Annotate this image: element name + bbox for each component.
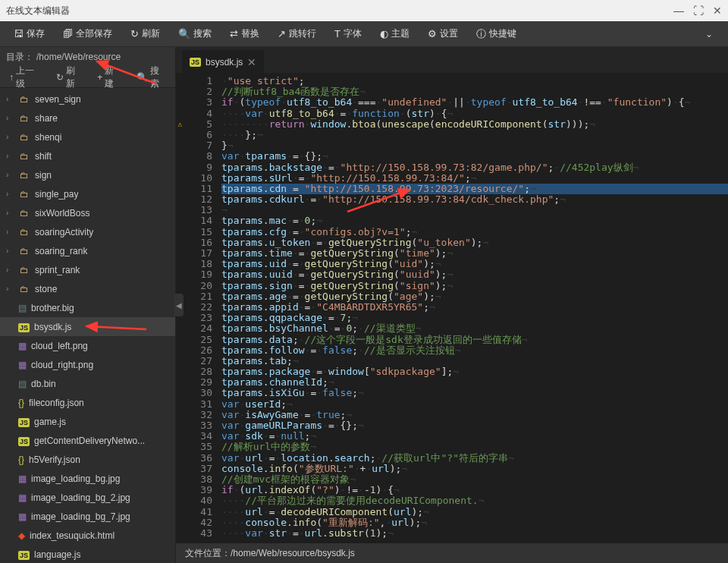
chevron-right-icon: › — [6, 95, 14, 103]
item-label: single_pay — [35, 189, 78, 200]
save-button[interactable]: 🖫保存 — [5, 21, 54, 46]
refresh-icon: ↻ — [56, 72, 64, 83]
item-label: shift — [35, 151, 52, 162]
window-controls: — ⛶ ✕ — [673, 5, 722, 17]
file-item[interactable]: ▤brother.big — [0, 298, 175, 317]
status-label: 文件位置： — [185, 547, 231, 560]
chevron-right-icon: › — [6, 209, 14, 217]
folder-icon: 🗀 — [18, 94, 30, 105]
up-button[interactable]: ↑上一级 — [3, 64, 47, 90]
file-item[interactable]: ▦image_loading_bg.jpg — [0, 469, 175, 488]
chevron-right-icon: › — [6, 247, 14, 255]
new-button[interactable]: +新建 — [91, 64, 127, 90]
side-search-button[interactable]: 🔍搜索 — [130, 64, 172, 90]
collapse-toolbar-button[interactable]: ⌄ — [695, 29, 723, 39]
folder-icon: 🗀 — [18, 284, 30, 294]
folder-item[interactable]: ›🗀sixWorldBoss — [0, 203, 175, 222]
file-icon: JS — [18, 322, 30, 332]
goto-line-button[interactable]: ↗跳转行 — [268, 21, 325, 46]
minimize-button[interactable]: — — [673, 5, 684, 17]
folder-icon: 🗀 — [18, 208, 30, 219]
item-label: image_loading_bg.jpg — [31, 473, 120, 484]
file-item[interactable]: JSgetContentDeliveryNetwo... — [0, 431, 175, 450]
item-label: cloud_right.png — [31, 360, 93, 370]
file-item[interactable]: JSlanguage.js — [0, 545, 175, 563]
save-all-icon: 🗐 — [63, 28, 73, 39]
item-label: bsysdk.js — [34, 322, 71, 332]
folder-item[interactable]: ›🗀soaringActivity — [0, 222, 175, 241]
folder-icon: 🗀 — [18, 265, 30, 275]
close-button[interactable]: ✕ — [713, 5, 722, 17]
folder-item[interactable]: ›🗀soaring_rank — [0, 241, 175, 260]
file-item[interactable]: ▦image_loading_bg_7.jpg — [0, 507, 175, 526]
file-item[interactable]: JSbsysdk.js — [0, 317, 175, 336]
save-all-button[interactable]: 🗐全部保存 — [54, 21, 121, 46]
item-label: sign — [35, 170, 52, 181]
file-item[interactable]: ◆index_tesuquick.html — [0, 526, 175, 545]
file-icon: JS — [18, 549, 30, 560]
folder-item[interactable]: ›🗀seven_sign — [0, 90, 175, 109]
item-label: db.bin — [31, 379, 56, 389]
file-item[interactable]: ▤db.bin — [0, 374, 175, 393]
item-label: h5Verify.json — [29, 454, 80, 465]
code-area[interactable]: ⚠ 12345678910111213141516171819202122232… — [176, 73, 728, 543]
folder-item[interactable]: ›🗀shenqi — [0, 127, 175, 146]
folder-item[interactable]: ›🗀shift — [0, 146, 175, 165]
theme-button[interactable]: ◐主题 — [371, 21, 419, 46]
file-item[interactable]: JSgame.js — [0, 412, 175, 431]
file-icon: ◆ — [18, 530, 25, 541]
folder-item[interactable]: ›🗀single_pay — [0, 184, 175, 203]
file-item[interactable]: ▦cloud_left.png — [0, 336, 175, 355]
folder-icon: 🗀 — [18, 151, 30, 162]
item-label: getContentDeliveryNetwo... — [34, 436, 145, 446]
item-label: index_tesuquick.html — [30, 530, 115, 541]
theme-icon: ◐ — [380, 28, 388, 39]
up-icon: ↑ — [9, 72, 14, 83]
item-label: stone — [35, 284, 57, 294]
settings-button[interactable]: ⚙设置 — [419, 21, 467, 46]
search-button[interactable]: 🔍搜索 — [169, 21, 221, 46]
folder-item[interactable]: ›🗀stone — [0, 279, 175, 298]
file-tree[interactable]: ›🗀seven_sign›🗀share›🗀shenqi›🗀shift›🗀sign… — [0, 88, 175, 563]
item-label: sprint_rank — [35, 265, 80, 275]
side-refresh-button[interactable]: ↻刷新 — [50, 64, 88, 90]
folder-item[interactable]: ›🗀sprint_rank — [0, 260, 175, 279]
sidebar-fold-handle[interactable]: ◀ — [174, 294, 184, 316]
maximize-button[interactable]: ⛶ — [693, 5, 704, 17]
folder-item[interactable]: ›🗀sign — [0, 165, 175, 184]
file-item[interactable]: ▦image_loading_bg_2.jpg — [0, 488, 175, 507]
editor-tabs: JS bsysdk.js ✕ — [176, 47, 728, 73]
plus-icon: + — [97, 72, 102, 83]
refresh-button[interactable]: ↻刷新 — [121, 21, 169, 46]
folder-item[interactable]: ›🗀share — [0, 109, 175, 127]
chevron-right-icon: › — [6, 133, 14, 141]
tab-label: bsysdk.js — [206, 57, 243, 68]
line-numbers: 1234567891011121314151617181920212223242… — [188, 73, 218, 543]
js-icon: JS — [190, 58, 201, 67]
folder-icon: 🗀 — [18, 246, 30, 256]
chevron-right-icon: › — [6, 171, 14, 179]
file-icon: JS — [18, 436, 30, 446]
code-content[interactable]: ·"use strict";//判断utf8_ba4函数是否存在¬if·(typ… — [218, 73, 728, 543]
tab-bsysdk[interactable]: JS bsysdk.js ✕ — [182, 50, 264, 73]
replace-button[interactable]: ⇄替换 — [221, 21, 268, 46]
sidebar-tools: ↑上一级 ↻刷新 +新建 🔍搜索 — [0, 67, 175, 88]
file-icon: ▦ — [18, 492, 27, 503]
item-label: seven_sign — [35, 94, 81, 105]
status-path: /home/Web/resource/bsysdk.js — [231, 548, 355, 558]
save-icon: 🖫 — [14, 28, 24, 39]
item-label: sixWorldBoss — [35, 208, 89, 219]
item-label: brother.big — [31, 303, 74, 313]
file-icon: ▦ — [18, 341, 27, 351]
shortcut-button[interactable]: ⓘ快捷键 — [467, 21, 526, 46]
file-item[interactable]: ▦cloud_right.png — [0, 355, 175, 374]
file-icon: {} — [18, 398, 24, 408]
file-item[interactable]: {}h5Verify.json — [0, 450, 175, 469]
file-icon: ▦ — [18, 360, 27, 370]
item-label: cloud_left.png — [31, 341, 88, 351]
file-item[interactable]: {}fileconfig.json — [0, 393, 175, 412]
close-tab-icon[interactable]: ✕ — [247, 56, 256, 68]
font-button[interactable]: T字体 — [325, 21, 371, 46]
status-bar: 文件位置： /home/Web/resource/bsysdk.js — [176, 543, 728, 563]
item-label: fileconfig.json — [29, 398, 84, 408]
